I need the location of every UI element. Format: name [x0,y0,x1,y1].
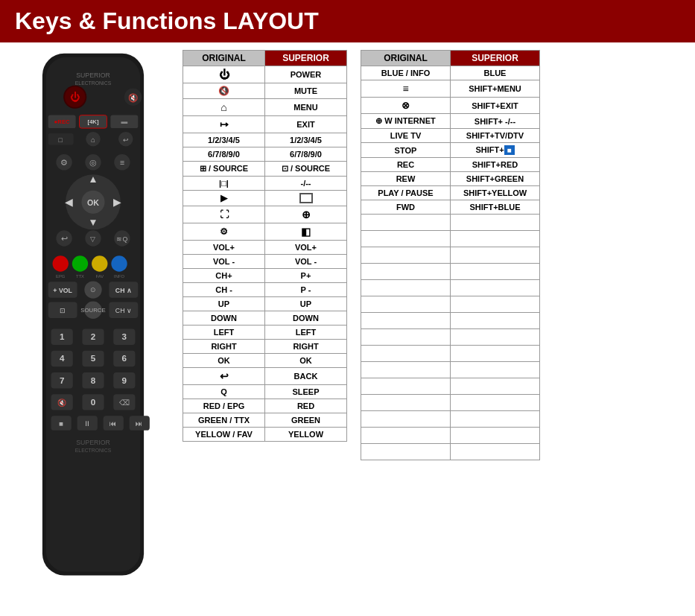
left-table-cell-superior: ⊕ [265,206,347,223]
right-table-cell-original [361,346,451,362]
svg-text:OK: OK [87,198,99,207]
svg-text:ELECTRONICS: ELECTRONICS [75,448,112,453]
left-table-cell-original: ⌂ [183,99,265,116]
left-table-row: QSLEEP [183,385,347,399]
left-table-cell-superior: ⊡ / SOURCE [265,162,347,177]
left-table-cell-original: YELLOW / FAV [183,428,265,442]
svg-text:●REC: ●REC [54,118,70,125]
right-table-cell-original [361,313,451,329]
right-table-cell-superior: BLUE [451,66,540,80]
right-table-cell-original: BLUE / INFO [361,66,451,80]
svg-text:🔇: 🔇 [57,398,67,407]
left-table-cell-superior: RIGHT [265,340,347,354]
left-table-cell-superior [265,191,347,206]
svg-text:9: 9 [122,375,127,385]
remote-control-svg: SUPERIOR ELECTRONICS ⏻ 🔇 ●REC [4K] ▬ □ ⌂ [19,50,168,586]
right-table-row: PLAY / PAUSESHIFT+YELLOW [361,186,540,200]
svg-text:⊙: ⊙ [90,286,96,293]
svg-text:▶: ▶ [113,197,121,208]
left-table-cell-superior: -/-- [265,177,347,191]
left-table-cell-superior: VOL - [265,255,347,269]
svg-text:🔇: 🔇 [128,93,139,103]
svg-text:▬: ▬ [121,118,127,125]
right-table-cell-original: STOP [361,143,451,158]
right-table-cell-superior [451,264,540,280]
right-table-cell-superior [451,411,540,428]
left-table-row: ↦EXIT [183,116,347,133]
right-table-cell-original [361,444,451,460]
right-table-row: ⊗SHIFT+EXIT [361,98,540,114]
left-table-cell-original: 🔇 [183,83,265,99]
page-title: Keys & Functions LAYOUT [15,7,680,35]
right-table-row: ⊕ W INTERNETSHIFT+ -/-- [361,114,540,129]
left-table-cell-superior: RED [265,399,347,413]
svg-text:▲: ▲ [88,174,98,185]
left-table-cell-original: ▶ [183,191,265,206]
svg-text:▽: ▽ [91,235,96,243]
left-table-row: VOL+VOL+ [183,241,347,255]
svg-text:■: ■ [59,419,63,428]
right-table-row [361,215,540,231]
svg-text:⏸: ⏸ [83,419,91,428]
right-table-cell-original [361,231,451,247]
svg-text:SOURCE: SOURCE [80,307,105,314]
left-table-cell-superior: EXIT [265,116,347,133]
right-table-row [361,313,540,329]
right-table-cell-superior [451,329,540,346]
right-table-cell-superior [451,428,540,444]
svg-text:◀: ◀ [65,197,73,208]
right-table-cell-original: REC [361,158,451,172]
right-table-row: BLUE / INFOBLUE [361,66,540,80]
right-table-cell-original: PLAY / PAUSE [361,186,451,200]
svg-text:↩: ↩ [123,136,129,144]
left-table-cell-superior: DOWN [265,311,347,326]
right-table-row [361,428,540,444]
left-table-row: VOL -VOL - [183,255,347,269]
left-table-row: OKOK [183,354,347,368]
svg-text:2: 2 [91,331,96,341]
left-table-container: ORIGINAL SUPERIOR ⏻POWER🔇MUTE⌂MENU↦EXIT1… [183,50,347,586]
right-table-cell-original [361,280,451,296]
svg-point-40 [53,255,69,271]
left-table-cell-original: CH+ [183,269,265,283]
right-table-cell-original [361,428,451,444]
right-table-cell-superior: SHIFT+■ [451,143,540,158]
left-table-cell-superior: LEFT [265,326,347,340]
svg-text:CH ∧: CH ∧ [115,287,132,294]
svg-text:□: □ [59,136,63,144]
svg-text:⏻: ⏻ [70,92,80,103]
header: Keys & Functions LAYOUT [0,0,695,42]
svg-text:↩: ↩ [61,234,68,243]
left-table-cell-original: LEFT [183,326,265,340]
left-table-cell-original: 1/2/3/4/5 [183,133,265,147]
svg-text:8: 8 [91,375,96,385]
right-table-cell-superior [451,296,540,313]
right-table-row [361,444,540,460]
left-table-cell-original: ⚙ [183,223,265,241]
right-table-row [361,296,540,313]
left-table-row: ↩BACK [183,368,347,385]
svg-text:≡: ≡ [120,158,124,167]
right-table-row: FWDSHIFT+BLUE [361,200,540,215]
svg-text:6: 6 [122,353,127,363]
svg-text:7: 7 [60,375,64,385]
left-table-cell-original: ⏻ [183,66,265,83]
right-table-row: STOPSHIFT+■ [361,143,540,158]
left-table-row: LEFTLEFT [183,326,347,340]
right-table-header-superior: SUPERIOR [451,51,540,66]
left-table-header-original: ORIGINAL [183,51,265,66]
right-table: ORIGINAL SUPERIOR BLUE / INFOBLUE≡SHIFT+… [361,50,540,460]
right-table-cell-original [361,411,451,428]
svg-text:⏮: ⏮ [110,419,117,428]
left-table-row: 6/7/8/9/06/7/8/9/0 [183,147,347,162]
right-table-cell-superior [451,444,540,460]
right-table-row: REWSHIFT+GREEN [361,172,540,186]
left-table-cell-original: CH - [183,283,265,297]
left-table-cell-original: Q [183,385,265,399]
right-table-header-original: ORIGINAL [361,51,451,66]
svg-text:SUPERIOR: SUPERIOR [76,72,110,79]
left-table-row: ⊞ / SOURCE⊡ / SOURCE [183,162,347,177]
right-table-cell-superior: SHIFT+EXIT [451,98,540,114]
left-table-cell-superior: 6/7/8/9/0 [265,147,347,162]
right-table-row [361,362,540,378]
